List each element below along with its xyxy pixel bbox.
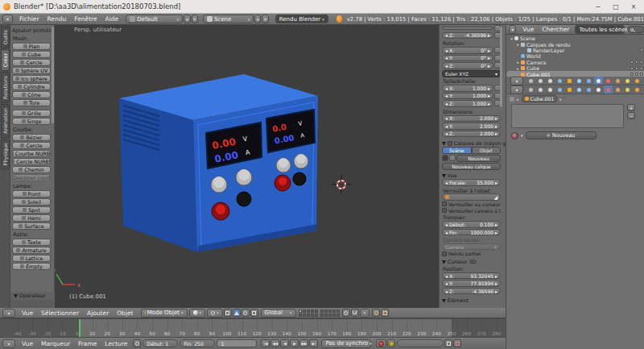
add-armature-button[interactable]: Armature	[12, 247, 51, 254]
editor-type-properties-button[interactable]: ▾	[510, 85, 523, 94]
tab-render[interactable]	[526, 85, 535, 93]
add-material-slot-button[interactable]: +	[627, 104, 635, 111]
tab-world[interactable]	[555, 77, 564, 85]
outliner-search-input[interactable]	[627, 26, 644, 33]
outliner-item-world[interactable]: World	[506, 53, 644, 59]
npanel-local-camera-field[interactable]: Caméra×	[442, 243, 501, 251]
npanel-cursor-y-field[interactable]: ◂ Y:77.91994 ▸	[442, 280, 501, 287]
tab-material[interactable]	[604, 85, 613, 93]
npanel-cursor-z-field[interactable]: ◂ Z:-4.36596 ▸	[442, 288, 501, 295]
tab-constraints[interactable]	[575, 85, 584, 93]
tab-particles[interactable]	[623, 85, 632, 93]
add-cercle-button[interactable]: Cercle	[12, 142, 51, 149]
breadcrumb-object-chip[interactable]: Cube.001	[522, 95, 558, 102]
layer-9[interactable]	[311, 314, 314, 317]
play-button[interactable]: ▶	[290, 339, 299, 347]
tab-modifiers[interactable]	[584, 85, 593, 93]
add-sph-re-uv-button[interactable]: Sphère UV	[12, 67, 51, 74]
tab-object-data[interactable]	[594, 77, 603, 85]
selectability-icon[interactable]	[635, 73, 638, 76]
viewport-canvas[interactable]: 0.00 V 0.00 A 0.0 V 0.00 A	[0, 25, 506, 308]
add-texte-button[interactable]: Texte	[12, 239, 51, 246]
viewport-3d[interactable]: 0.00 V 0.00 A 0.0 V 0.00 A	[0, 25, 506, 308]
pencil-icon[interactable]	[442, 155, 448, 161]
lock-scene-button[interactable]	[342, 309, 350, 317]
frame-start-field[interactable]: Début: 1	[142, 339, 178, 347]
current-frame-line[interactable]	[79, 319, 80, 337]
npanel-clip-start-field[interactable]: ◂ Début:0.100 ▸	[442, 221, 501, 228]
layers-grid-left[interactable]	[299, 310, 318, 317]
outliner-item-scene[interactable]: ▾Scene	[506, 35, 644, 41]
menu-rendu[interactable]: Rendu	[43, 15, 70, 23]
delete-scene-button[interactable]: ×	[262, 15, 268, 23]
mode-select[interactable]: Mode Objet ▾	[141, 309, 188, 318]
tab-cr-er[interactable]: Créer	[1, 49, 10, 71]
npanel-loc-y-field[interactable]	[442, 27, 493, 30]
layer-12[interactable]	[324, 310, 328, 313]
keying-set-field[interactable]	[397, 339, 444, 347]
frame-end-field[interactable]: Fin: 250	[180, 339, 215, 347]
timeline-menu-vue[interactable]: Vue	[18, 340, 37, 347]
npanel-rot-x-field[interactable]: ◂ X:0° ▸	[442, 47, 493, 54]
visibility-icon[interactable]	[630, 73, 634, 76]
add-courbe-nurbs-button[interactable]: Courbe NURBS	[12, 150, 51, 157]
npanel-view-panel-header[interactable]: ▼ Vue	[442, 172, 501, 178]
npanel-scale-x-field[interactable]: ◂ X:1.000 ▸	[442, 85, 493, 92]
layer-20[interactable]	[336, 314, 340, 317]
rotate-manipulator-button[interactable]	[242, 309, 250, 317]
editor-type-properties-button[interactable]: ▾	[510, 77, 523, 85]
npanel-gp-source-scene-button[interactable]: Scène	[442, 147, 472, 154]
timeline-menu-marqueur[interactable]: Marqueur	[37, 340, 74, 347]
visibility-icon[interactable]	[630, 67, 634, 70]
prev-keyframe-button[interactable]: ◀◀	[270, 339, 279, 347]
npanel-lock-camera[interactable]: Verrouiller caméra à l...	[442, 208, 501, 214]
n-panel-scrollbar[interactable]	[500, 27, 502, 107]
add-tore-button[interactable]: Tore	[12, 99, 51, 106]
npanel-item-panel-header[interactable]: ▼ Élément	[442, 297, 501, 303]
jump-start-button[interactable]: |◀	[261, 339, 270, 347]
npanel-cursor-x-field[interactable]: ◂ X:93.32045 ▸	[442, 272, 501, 280]
delete-keyframe-button[interactable]	[453, 339, 461, 347]
layer-8[interactable]	[307, 314, 310, 317]
tab-animation[interactable]: Animation	[1, 104, 10, 138]
expand-icon[interactable]: ▸	[515, 60, 521, 64]
npanel-cursor-panel-header[interactable]: ▼ Curseur 3D	[442, 259, 501, 264]
npanel-rot-z-field[interactable]: ◂ Z:0° ▸	[442, 62, 493, 69]
window-titlebar[interactable]: Blender* [D:\aa3D\alimentation20180703.b…	[0, 0, 644, 14]
cursor-3d[interactable]	[332, 175, 351, 194]
npanel-scale-y-field[interactable]: ◂ Y:1.000 ▸	[442, 93, 493, 100]
view3d-menu-ajouter[interactable]: Ajouter	[83, 310, 113, 317]
render-engine-select[interactable]: Rendu Blender ▾	[275, 15, 328, 23]
add-ico-sph-re-button[interactable]: Ico sphère	[12, 75, 51, 82]
editor-type-outliner-button[interactable]: ▾	[509, 25, 516, 34]
visibility-icon[interactable]	[630, 60, 634, 64]
add-cube-button[interactable]: Cube	[12, 51, 51, 58]
add-plan-button[interactable]: Plan	[12, 43, 51, 50]
checkbox-icon[interactable]	[442, 208, 447, 213]
view3d-menu-s-lectionner[interactable]: Sélectionner	[37, 310, 83, 317]
next-keyframe-button[interactable]: ▶▶	[299, 339, 308, 347]
npanel-gp-source-object-button[interactable]: Objet	[472, 147, 502, 154]
selectability-icon[interactable]	[635, 67, 638, 70]
render-opengl-anim-button[interactable]	[381, 309, 389, 317]
operator-panel-header[interactable]: ▼ Opérateur	[10, 292, 55, 300]
tab-physics[interactable]	[633, 85, 642, 93]
tab-scene[interactable]	[546, 77, 555, 85]
sync-mode-select[interactable]: Pas de synchro ▾	[321, 339, 371, 348]
checkbox-icon[interactable]	[442, 251, 447, 256]
add-layout-button[interactable]: +	[184, 15, 190, 23]
timeline-menu-lecture[interactable]: Lecture	[101, 340, 131, 347]
pin-icon[interactable]	[510, 97, 514, 102]
outliner-menu-vue[interactable]: Vue	[518, 26, 538, 33]
auto-keyframe-button[interactable]	[376, 339, 386, 347]
scene-select[interactable]: Scene ▾	[203, 15, 254, 23]
npanel-lock-cursor[interactable]: Verrouiller au curseur	[442, 202, 501, 207]
minimize-button[interactable]: ─	[591, 3, 605, 10]
outliner-item-camera[interactable]: ▸Camera	[506, 60, 644, 65]
layer-16[interactable]	[320, 314, 324, 317]
add-spot-button[interactable]: Spot	[12, 206, 51, 214]
outliner-menu-chercher[interactable]: Chercher	[538, 26, 573, 33]
tab-object[interactable]	[565, 85, 574, 93]
add-h-mi-button[interactable]: Hémi	[12, 214, 51, 222]
outliner-item-cube-001[interactable]: Cube.001	[506, 71, 644, 77]
